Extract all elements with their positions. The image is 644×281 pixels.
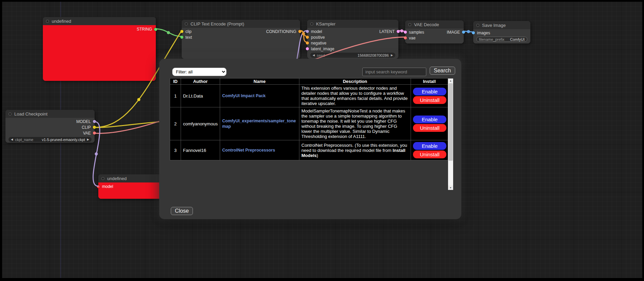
cell-install: Enable Uninstall (411, 107, 448, 140)
collapse-dot-icon[interactable] (185, 22, 188, 25)
output-label: CLIP (82, 125, 91, 130)
uninstall-button[interactable]: Uninstall (413, 151, 446, 158)
uninstall-button[interactable]: Uninstall (413, 96, 446, 104)
images-input-port[interactable] (472, 31, 475, 34)
filter-select[interactable]: Filter: all (172, 68, 227, 76)
collapse-dot-icon[interactable] (310, 22, 313, 25)
string-output-port[interactable] (154, 28, 157, 31)
collapse-dot-icon[interactable] (101, 177, 104, 180)
clip-input-port[interactable] (180, 30, 183, 33)
input-label: model (311, 29, 322, 34)
node-title: VAE Decode (414, 22, 439, 27)
extension-link[interactable]: ComfyUI Impact Pack (222, 93, 266, 98)
output-label: MODEL (76, 119, 91, 124)
image-output-port[interactable] (462, 31, 465, 34)
node-header[interactable]: CLIP Text Encode (Prompt) (182, 20, 300, 28)
text-input-port[interactable] (180, 36, 183, 39)
collapse-dot-icon[interactable] (476, 24, 479, 27)
link-dot[interactable] (302, 32, 305, 35)
search-input[interactable] (362, 68, 426, 76)
extension-link[interactable]: ComfyUI_experiments/sampler_tonemap (222, 119, 296, 129)
header-name: Name (220, 78, 299, 85)
node-header[interactable]: KSampler (307, 20, 398, 28)
scrollbar-thumb[interactable] (448, 83, 453, 161)
node-save-image[interactable]: Save Image images filename_prefix ComfyU… (473, 21, 530, 43)
node-ksampler[interactable]: KSampler model LATENT positive negative (307, 20, 398, 59)
node-header[interactable]: undefined (43, 17, 156, 25)
link-dot[interactable] (95, 153, 98, 156)
node-title: undefined (52, 19, 71, 24)
cell-description: This extension offers various detector n… (299, 85, 411, 107)
seed-label: seed (317, 53, 325, 57)
latent-image-input-port[interactable] (306, 47, 309, 50)
link-dot[interactable] (467, 30, 470, 33)
output-label: IMAGE (447, 30, 460, 35)
vae-output-port[interactable] (93, 131, 96, 135)
node-body: STRING (43, 25, 156, 81)
input-label: clip (185, 29, 192, 34)
ckpt-next-arrow[interactable]: ▶ (87, 137, 89, 142)
filename-prefix-widget[interactable]: filename_prefix ComfyUI (476, 37, 527, 42)
enable-button[interactable]: Enable (413, 116, 446, 123)
scrollbar-down-arrow-icon[interactable]: ▼ (448, 186, 453, 190)
model-input-port[interactable] (97, 185, 100, 188)
negative-input-port[interactable] (306, 41, 309, 45)
node-body: model LATENT positive negative latent_im… (307, 28, 398, 58)
link-dot[interactable] (137, 98, 141, 101)
node-load-checkpoint[interactable]: Load Checkpoint MODEL CLIP VAE ◀ ckpt_na… (5, 110, 95, 143)
output-label: CONDITIONING (266, 29, 296, 34)
close-button[interactable]: Close (171, 207, 193, 215)
model-output-port[interactable] (93, 120, 96, 123)
extension-link[interactable]: ControlNet Preprocessors (222, 148, 275, 153)
widget-label: filename_prefix (479, 37, 505, 41)
header-author: Author (181, 78, 220, 85)
samples-input-port[interactable] (404, 31, 407, 34)
frame-bottom (0, 278, 644, 281)
node-body: images filename_prefix ComfyUI (473, 29, 530, 43)
node-vae-decode[interactable]: VAE Decode samples IMAGE vae (405, 20, 464, 43)
ckpt-prev-arrow[interactable]: ◀ (11, 137, 13, 142)
link-dot[interactable] (167, 31, 170, 34)
header-description: Description (299, 78, 411, 85)
cell-id: 1 (170, 85, 181, 107)
wire-string-to-text (156, 29, 182, 36)
scrollbar-up-arrow-icon[interactable]: ▲ (448, 78, 453, 83)
input-label: positive (311, 35, 325, 40)
seed-increment-arrow[interactable]: ▶ (391, 53, 393, 58)
node-header[interactable]: Save Image (473, 21, 530, 29)
enable-button[interactable]: Enable (413, 142, 446, 150)
cell-description: ControlNet Preprocessors. (To use this e… (299, 140, 411, 160)
seed-widget[interactable]: ◀ seed 156680208700286 ▶ (310, 53, 395, 58)
seed-decrement-arrow[interactable]: ◀ (313, 53, 315, 58)
node-body: samples IMAGE vae (405, 29, 464, 43)
collapse-dot-icon[interactable] (9, 112, 12, 116)
collapse-dot-icon[interactable] (46, 20, 49, 23)
seed-value: 156680208700286 (358, 53, 389, 57)
search-button[interactable]: Search (430, 67, 455, 75)
frame-right (642, 0, 644, 281)
cell-author: Dr.Lt.Data (181, 85, 220, 107)
uninstall-button[interactable]: Uninstall (413, 124, 446, 132)
vae-input-port[interactable] (404, 36, 407, 39)
node-title: CLIP Text Encode (Prompt) (191, 21, 244, 27)
table-row: 3 Fannovel16 ControlNet Preprocessors Co… (170, 140, 448, 160)
ckpt-name-widget[interactable]: ◀ ckpt_name v1-5-pruned-emaonly.ckpt ▶ (9, 137, 92, 142)
enable-button[interactable]: Enable (413, 88, 446, 95)
node-title: Save Image (482, 23, 506, 28)
link-dot[interactable] (400, 30, 403, 33)
node-clip-text-encode[interactable]: CLIP Text Encode (Prompt) clip CONDITION… (182, 20, 300, 59)
node-undefined-top[interactable]: undefined STRING (43, 17, 156, 81)
graph-canvas[interactable]: undefined STRING CLIP Text Encode (Promp… (2, 2, 642, 278)
clip-output-port[interactable] (93, 126, 96, 129)
header-install: Install (411, 78, 448, 85)
node-header[interactable]: Load Checkpoint (5, 110, 95, 118)
cell-description: ModelSamplerTonemapNoiseTest a node that… (299, 107, 411, 140)
model-input-port[interactable] (306, 30, 309, 33)
collapse-dot-icon[interactable] (408, 23, 411, 26)
conditioning-output-port[interactable] (298, 30, 301, 33)
table-header-row: ID Author Name Description Install (170, 78, 448, 85)
node-header[interactable]: VAE Decode (405, 20, 464, 29)
table-scrollbar[interactable]: ▲ ▼ (448, 78, 453, 190)
latent-output-port[interactable] (397, 30, 400, 33)
positive-input-port[interactable] (306, 36, 309, 39)
